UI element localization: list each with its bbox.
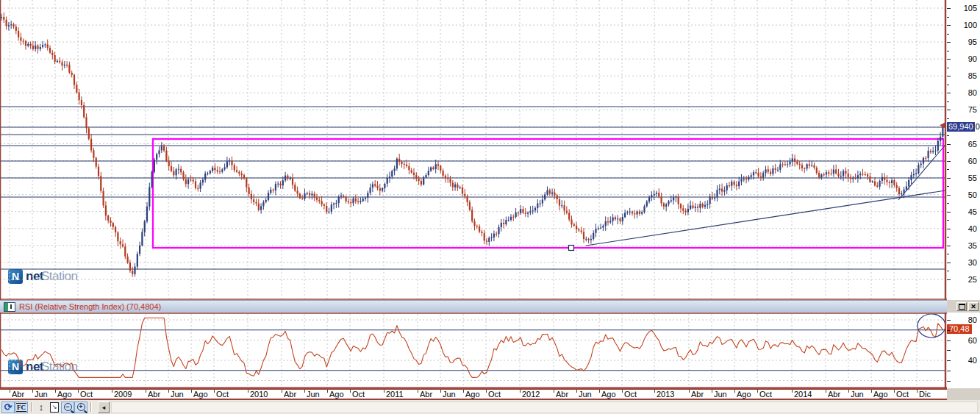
- time-axis-label: Abr: [148, 390, 160, 399]
- price-axis-tick: [947, 17, 949, 18]
- price-axis-tick: [947, 195, 951, 196]
- time-axis-tick: [282, 390, 282, 393]
- time-axis-label: Ago: [873, 390, 888, 399]
- price-axis-label: 85: [968, 72, 977, 80]
- price-axis-tick: [947, 186, 949, 187]
- price-axis-label: 30: [968, 259, 977, 267]
- time-axis-tick: [350, 390, 351, 393]
- price-axis-tick: [947, 101, 949, 102]
- time-axis-tick: [654, 390, 655, 393]
- price-axis-tick: [947, 254, 949, 254]
- time-axis-label: Jun: [714, 390, 727, 399]
- time-axis-label: 2010: [250, 390, 268, 399]
- time-axis-tick: [191, 390, 192, 393]
- rsi-pane-title: RSI (Relative Strength Index) (70,4804): [19, 302, 161, 311]
- price-axis-label: 60: [968, 157, 977, 165]
- time-axis-tick: [486, 390, 487, 393]
- time-axis-label: Abr: [12, 390, 24, 399]
- rsi-axis-tick: [947, 371, 951, 371]
- function-editor-button[interactable]: FC: [15, 401, 28, 413]
- price-axis-label: 45: [968, 208, 977, 216]
- price-axis-tick: [947, 169, 949, 170]
- last-price-marker: 69,9400: [947, 122, 980, 132]
- time-axis-tick: [214, 390, 215, 393]
- time-axis-tick: [848, 390, 849, 393]
- price-axis-label: 95: [968, 38, 977, 46]
- trendline-handle: [569, 246, 574, 251]
- horizontal-scrollbar-track[interactable]: [111, 401, 978, 413]
- rsi-axis-tick: [947, 340, 951, 341]
- price-axis-tick: [947, 135, 949, 136]
- time-axis-tick: [55, 390, 56, 393]
- price-axis-label: 80: [968, 89, 977, 97]
- price-axis[interactable]: 69,9400 10510095908580756560555045403530…: [947, 0, 980, 300]
- time-axis-label: Oct: [759, 390, 772, 399]
- rsi-pane-header[interactable]: RSI (Relative Strength Index) (70,4804): [0, 300, 947, 313]
- time-axis-label: Jun: [579, 390, 592, 399]
- rsi-axis-label: 60: [968, 337, 977, 345]
- time-axis[interactable]: AbrJunAgoOct2009AbrJunAgoOct2010AbrJunAg…: [0, 388, 947, 400]
- refresh-button[interactable]: ⟳: [1, 401, 15, 413]
- time-axis-tick: [757, 390, 758, 393]
- scroll-left-button[interactable]: ◂: [98, 401, 110, 413]
- time-axis-tick: [894, 390, 895, 393]
- zoom-out-button[interactable]: −: [61, 401, 74, 413]
- price-axis-tick: [947, 263, 951, 263]
- zoom-in-button[interactable]: +: [74, 401, 87, 413]
- price-axis-tick: [947, 93, 951, 93]
- price-axis-tick: [947, 212, 951, 213]
- price-axis-tick: [947, 144, 951, 145]
- rsi-axis-tick: [947, 360, 951, 361]
- rsi-value-marker: 70,48: [947, 324, 972, 334]
- rsi-indicator-icon: [4, 302, 15, 312]
- price-axis-tick: [947, 126, 951, 127]
- time-axis-label: Abr: [420, 390, 432, 399]
- time-axis-tick: [418, 390, 418, 393]
- time-axis-tick: [327, 390, 328, 393]
- time-axis-label: Oct: [624, 390, 637, 399]
- fit-vertical-button[interactable]: ↕: [35, 401, 48, 413]
- rsi-axis[interactable]: 70,48 806040: [947, 313, 980, 388]
- price-axis-tick: [947, 85, 949, 85]
- time-axis-tick: [792, 390, 793, 393]
- time-axis-label: Oct: [896, 390, 909, 399]
- time-axis-tick: [146, 390, 146, 393]
- rsi-line: [1, 318, 943, 377]
- time-axis-tick: [734, 390, 735, 393]
- restore-pane-button[interactable]: [956, 302, 967, 311]
- price-axis-tick: [947, 34, 949, 35]
- axis-corner: [947, 388, 980, 400]
- price-axis-tick: [947, 152, 949, 153]
- price-axis-label: 75: [968, 106, 977, 114]
- rsi-current-value: 70,48: [947, 324, 972, 334]
- time-axis-label: Ago: [57, 390, 72, 399]
- price-axis-tick: [947, 271, 949, 271]
- time-axis-label: Ago: [329, 390, 344, 399]
- close-pane-button[interactable]: ✕: [968, 302, 979, 311]
- time-axis-label: 2011: [386, 390, 404, 399]
- time-axis-label: Jun: [851, 390, 864, 399]
- time-axis-tick: [168, 390, 169, 393]
- time-axis-label: Oct: [488, 390, 501, 399]
- gridlines: [0, 0, 945, 300]
- time-axis-tick: [917, 390, 918, 393]
- price-axis-tick: [947, 118, 949, 119]
- new-page-button[interactable]: ↘: [48, 401, 61, 413]
- time-axis-tick: [826, 390, 826, 393]
- toolbar-separator: [31, 402, 32, 412]
- time-axis-tick: [10, 390, 10, 393]
- time-axis-tick: [622, 390, 623, 393]
- time-axis-tick: [304, 390, 305, 393]
- time-axis-label: Jun: [171, 390, 184, 399]
- annotation-ellipse[interactable]: [918, 314, 945, 338]
- price-axis-label: 90: [968, 55, 977, 63]
- price-axis-tick: [947, 237, 949, 238]
- time-axis-tick: [871, 390, 872, 393]
- price-axis-tick: [947, 42, 951, 43]
- price-axis-label: 105: [964, 4, 977, 13]
- price-chart-canvas[interactable]: [0, 0, 947, 300]
- rsi-chart-canvas[interactable]: [0, 313, 947, 388]
- rsi-axis-tick: [947, 381, 951, 382]
- rsi-pane-controls: ✕: [947, 300, 980, 313]
- time-axis-label: Ago: [601, 390, 616, 399]
